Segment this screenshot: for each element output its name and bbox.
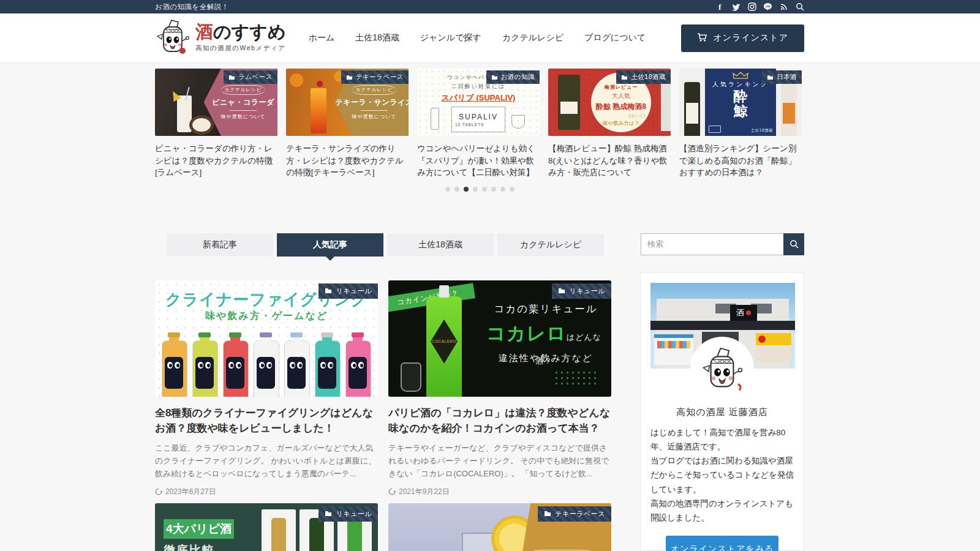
nav-genre[interactable]: ジャンルで探す [420, 32, 481, 43]
category-badge[interactable]: お酒の知識 [486, 70, 540, 84]
slide-title[interactable]: テキーラ・サンライズの作り方・レシピは？度数やカクテルの特徴[テキーラベース] [286, 143, 409, 179]
twitter-icon[interactable] [731, 2, 741, 12]
page: お酒の知識を全解説！ f LINE [0, 0, 980, 551]
article-thumbnail[interactable]: リキュール クライナーファイグリング 味や飲み方・ゲームなど [155, 280, 378, 397]
folder-icon [544, 511, 551, 517]
update-icon [388, 488, 396, 495]
shop-sign: 酒 [730, 305, 757, 321]
category-badge[interactable]: リキュール [318, 283, 378, 299]
carousel-dot[interactable] [510, 187, 514, 192]
carousel-slide[interactable]: お酒の知識 ウコンやヘパリーゼよ 二日酔い対策には スパリブ (SUPALIV)… [417, 69, 540, 179]
tab-cocktail-recipes[interactable]: カクテルレシピ [497, 233, 604, 257]
party-sake-heading: 4大パリピ酒 [164, 519, 234, 539]
article-card[interactable]: リキュール コカインが原料？ COCALERO コカの葉リキュール コカレロはど… [388, 280, 611, 497]
site-header: 酒のすすめ 高知の酒屋のWebメディア ホーム 土佐18酒蔵 ジャンルで探す カ… [0, 13, 980, 62]
mascot-avatar [690, 337, 754, 400]
category-badge[interactable]: リキュール [318, 506, 378, 522]
category-badge[interactable]: テキーラベース [538, 506, 611, 522]
bottle-sketch-icon [431, 108, 439, 130]
top-bar: お酒の知識を全解説！ f LINE [0, 0, 980, 13]
slide-thumbnail[interactable]: テキーラベース カクテルレシピ テキーラ・サンライズ 味や度数について [286, 69, 409, 136]
crown-icon [733, 72, 748, 80]
tab-tosa18[interactable]: 土佐18酒蔵 [387, 233, 494, 257]
folder-icon [228, 75, 235, 80]
nav-cocktail[interactable]: カクテルレシピ [502, 32, 564, 43]
carousel-dot[interactable] [445, 187, 450, 192]
instagram-icon[interactable] [747, 2, 756, 12]
site-logo[interactable]: 酒のすすめ 高知の酒屋のWebメディア [155, 18, 286, 58]
article-excerpt: テキーラやイェーガーなど、クラブやディスコなどで提供されるいわゆるパーティードリ… [388, 441, 611, 480]
search-submit-button[interactable] [783, 233, 804, 255]
article-card[interactable]: テキーラベース カクテルレシピ [388, 503, 611, 551]
category-badge[interactable]: テキーラベース [341, 70, 409, 84]
svg-text:f: f [718, 2, 722, 11]
slide-thumbnail[interactable]: ラムベース カクテルレシピ ピニャ・コラーダ 味や度数について [155, 69, 277, 136]
tabs-row: 新着記事 人気記事 土佐18酒蔵 カクテルレシピ [155, 233, 804, 257]
article-grid: リキュール クライナーファイグリング 味や飲み方・ゲームなど [155, 272, 611, 551]
cart-icon [697, 32, 707, 44]
slide-thumbnail[interactable]: 日本酒 人気ランキング 酔 鯨 土佐18酒蔵 [679, 69, 802, 136]
carousel-dot[interactable] [464, 187, 469, 192]
tab-popular-articles[interactable]: 人気記事 [277, 233, 383, 257]
slide-thumbnail[interactable]: お酒の知識 ウコンやヘパリーゼよ 二日酔い対策には スパリブ (SUPALIV)… [417, 69, 540, 136]
search-icon[interactable] [795, 2, 804, 12]
carousel-dot[interactable] [500, 187, 505, 192]
slide-thumbnail[interactable]: 土佐18酒蔵 ❧ 梅酒レビュー 大人気 酔鯨 熟成梅酒8 (えいと) 味や飲み方… [548, 69, 671, 136]
search-input[interactable] [641, 233, 783, 255]
article-title[interactable]: パリピ酒の「コカレロ」は違法？度数やどんな味なのかを紹介！コカインのお酒って本当… [388, 405, 611, 437]
glass-sketch-icon [511, 115, 525, 129]
carousel-dot[interactable] [491, 187, 496, 192]
category-badge[interactable]: 土佐18酒蔵 [616, 70, 671, 84]
article-thumbnail[interactable]: リキュール コカインが原料？ COCALERO コカの葉リキュール コカレロはど… [388, 280, 611, 397]
line-icon[interactable]: LINE [763, 2, 772, 12]
sidebar-store-button[interactable]: オンラインストアをみる [666, 536, 778, 551]
carousel-slide[interactable]: テキーラベース カクテルレシピ テキーラ・サンライズ 味や度数について テキーラ… [286, 69, 409, 179]
rss-icon[interactable] [779, 2, 788, 12]
article-card[interactable]: リキュール 4大パリピ酒 徹底比較 [155, 503, 378, 551]
folder-icon [558, 288, 565, 294]
slide-title[interactable]: 【酒造別ランキング】シーン別で楽しめる高知のお酒「酔鯨」おすすめの日本酒は？ [679, 143, 802, 179]
update-icon [155, 488, 162, 495]
article-thumbnail[interactable]: テキーラベース カクテルレシピ [388, 503, 611, 551]
carousel-slide[interactable]: 日本酒 人気ランキング 酔 鯨 土佐18酒蔵 【酒造別ランキング】シーン別で楽し… [679, 69, 802, 179]
featured-carousel: ラムベース カクテルレシピ ピニャ・コラーダ 味や度数について ピニャ・コラーダ… [155, 69, 804, 179]
shot-glass [401, 362, 421, 392]
umeshu-bottle [558, 75, 580, 130]
vending-machines [654, 334, 693, 365]
site-tagline: お酒の知識を全解説！ [155, 2, 229, 12]
sake-set-icon [709, 126, 721, 133]
carousel-dot[interactable] [473, 187, 478, 192]
carousel-slide[interactable]: ラムベース カクテルレシピ ピニャ・コラーダ 味や度数について ピニャ・コラーダ… [155, 69, 277, 179]
nav-tosa18[interactable]: 土佐18酒蔵 [355, 32, 399, 43]
carousel-dot[interactable] [454, 187, 459, 192]
social-icons: f LINE [715, 2, 804, 12]
article-card[interactable]: リキュール クライナーファイグリング 味や飲み方・ゲームなど [155, 280, 378, 497]
slide-title[interactable]: ウコンやヘパリーゼよりも効く『スパリブ』が凄い！効果や飲み方について【二日酔い対… [417, 143, 540, 179]
slide-title[interactable]: 【梅酒レビュー】酔鯨 熟成梅酒8(えいと)はどんな味？香りや飲み方・販売店につい… [548, 143, 671, 179]
shop-profile-widget: 酒 [640, 272, 804, 551]
tab-new-articles[interactable]: 新着記事 [167, 233, 273, 257]
folder-icon [346, 75, 353, 80]
supaliv-box: SUPALIV 10 TABLETS [451, 107, 505, 132]
online-store-button[interactable]: オンラインストア [681, 24, 804, 52]
carousel-slide[interactable]: 土佐18酒蔵 ❧ 梅酒レビュー 大人気 酔鯨 熟成梅酒8 (えいと) 味や飲み方… [548, 69, 671, 179]
folder-icon [325, 511, 332, 517]
nav-about[interactable]: ブログについて [584, 32, 646, 43]
category-badge[interactable]: 日本酒 [762, 70, 802, 84]
coconut [189, 115, 214, 135]
shop-bio: はじめまして！高知で酒屋を営み80年、近藤酒店です。 当ブログではお酒に関わる知… [650, 425, 794, 525]
category-badge[interactable]: ラムベース [224, 70, 277, 84]
nav-home[interactable]: ホーム [309, 32, 335, 43]
mascot-icon [700, 345, 744, 392]
folder-icon [491, 75, 498, 80]
carousel-dot[interactable] [482, 187, 487, 192]
article-thumbnail[interactable]: リキュール 4大パリピ酒 徹底比較 [155, 503, 378, 551]
folder-icon [621, 75, 628, 80]
article-title[interactable]: 全8種類のクライナーファイグリングはどんなお酒？度数や味をレビューしました！ [155, 405, 378, 437]
category-badge[interactable]: リキュール [552, 283, 611, 299]
carousel-dots [155, 187, 804, 192]
facebook-icon[interactable]: f [715, 2, 725, 12]
magnifier-icon [790, 239, 799, 249]
logo-title-rest: のすすめ [213, 21, 286, 42]
slide-title[interactable]: ピニャ・コラーダの作り方・レシピは？度数やカクテルの特徴[ラムベース] [155, 143, 277, 179]
